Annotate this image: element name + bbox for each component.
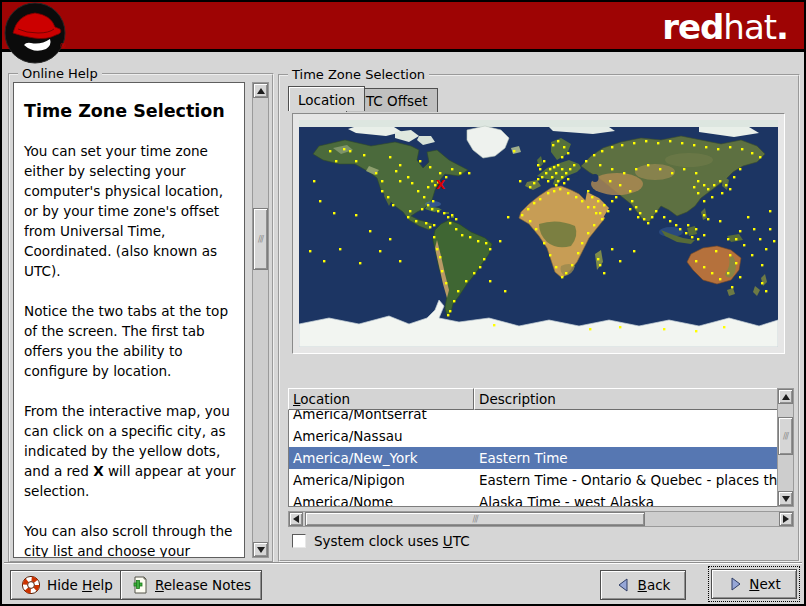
city-dot[interactable] (565, 272, 567, 274)
city-dot[interactable] (725, 184, 727, 186)
city-dot[interactable] (727, 238, 729, 240)
help-scrollbar[interactable]: /// (252, 82, 269, 558)
city-dot[interactable] (611, 248, 613, 250)
city-dot[interactable] (441, 270, 443, 272)
city-dot[interactable] (687, 224, 689, 226)
city-dot[interactable] (705, 146, 707, 148)
city-dot[interactable] (601, 150, 603, 152)
world-map[interactable]: X (299, 120, 778, 347)
city-dot[interactable] (655, 210, 657, 212)
city-dot[interactable] (451, 168, 453, 170)
city-dot[interactable] (643, 218, 645, 220)
column-header-description[interactable]: Description (474, 388, 778, 410)
city-dot[interactable] (533, 182, 535, 184)
city-dot[interactable] (433, 236, 435, 238)
city-dot[interactable] (437, 210, 439, 212)
city-dot[interactable] (715, 250, 717, 252)
city-dot[interactable] (593, 154, 595, 156)
city-dot[interactable] (747, 216, 749, 218)
city-dot[interactable] (711, 272, 713, 274)
city-dot[interactable] (349, 150, 351, 152)
city-dot[interactable] (765, 248, 767, 250)
city-dot[interactable] (719, 278, 721, 280)
city-dot[interactable] (751, 254, 753, 256)
city-dot[interactable] (593, 206, 595, 208)
table-row-selected[interactable]: America/New_York Eastern Time (289, 447, 777, 469)
table-vertical-scrollbar[interactable]: /// (777, 388, 794, 507)
city-dot[interactable] (693, 144, 695, 146)
city-dot[interactable] (387, 196, 389, 198)
city-dot[interactable] (587, 190, 589, 192)
city-dot[interactable] (549, 168, 551, 170)
city-dot[interactable] (691, 236, 693, 238)
city-dot[interactable] (485, 242, 487, 244)
city-dot[interactable] (727, 272, 729, 274)
city-dot[interactable] (635, 168, 637, 170)
city-dot[interactable] (567, 192, 569, 194)
city-dot[interactable] (567, 152, 569, 154)
city-dot[interactable] (529, 220, 531, 222)
city-dot[interactable] (685, 232, 687, 234)
table-row[interactable]: America/Nassau (289, 425, 777, 447)
city-dot[interactable] (555, 266, 557, 268)
city-dot[interactable] (573, 164, 575, 166)
city-dot[interactable] (657, 142, 659, 144)
city-dot[interactable] (537, 178, 539, 180)
city-dot[interactable] (597, 258, 599, 260)
city-dot[interactable] (375, 172, 377, 174)
city-dot[interactable] (549, 254, 551, 256)
city-dot[interactable] (539, 168, 541, 170)
city-dot[interactable] (479, 266, 481, 268)
city-dot[interactable] (741, 148, 743, 150)
city-dot[interactable] (552, 144, 554, 146)
city-dot[interactable] (571, 264, 573, 266)
city-dot[interactable] (695, 260, 697, 262)
city-dot[interactable] (561, 176, 563, 178)
city-dot[interactable] (619, 184, 621, 186)
city-dot[interactable] (451, 214, 453, 216)
scroll-right-icon[interactable] (779, 512, 793, 526)
help-scrollbar-thumb[interactable]: /// (253, 208, 268, 270)
city-dot[interactable] (609, 180, 611, 182)
city-dot[interactable] (407, 216, 409, 218)
back-button[interactable]: Back (600, 570, 686, 600)
city-dot[interactable] (453, 300, 455, 302)
city-dot[interactable] (693, 186, 695, 188)
city-dot[interactable] (411, 182, 413, 184)
city-dot[interactable] (447, 314, 449, 316)
city-dot[interactable] (581, 242, 583, 244)
city-dot[interactable] (533, 202, 535, 204)
city-dot[interactable] (563, 146, 565, 148)
city-dot[interactable] (343, 148, 345, 150)
city-dot[interactable] (593, 224, 595, 226)
city-dot[interactable] (675, 224, 677, 226)
city-dot[interactable] (543, 160, 545, 162)
city-dot[interactable] (551, 176, 553, 178)
city-dot[interactable] (417, 190, 419, 192)
city-dot[interactable] (439, 172, 441, 174)
city-dot[interactable] (759, 156, 761, 158)
city-dot[interactable] (733, 176, 735, 178)
city-dot[interactable] (359, 262, 361, 264)
city-dot[interactable] (432, 200, 434, 202)
city-dot[interactable] (713, 184, 715, 186)
city-dot[interactable] (623, 172, 625, 174)
city-dot[interactable] (407, 176, 409, 178)
city-dot[interactable] (545, 172, 547, 174)
scroll-up-icon[interactable] (253, 83, 268, 98)
city-dot[interactable] (703, 234, 705, 236)
city-dot[interactable] (761, 282, 763, 284)
city-dot[interactable] (319, 200, 321, 202)
city-dot[interactable] (395, 170, 397, 172)
city-dot[interactable] (429, 226, 431, 228)
city-dot[interactable] (399, 164, 401, 166)
city-dot[interactable] (683, 168, 685, 170)
city-dot[interactable] (587, 232, 589, 234)
city-dot[interactable] (455, 218, 457, 220)
city-dot[interactable] (553, 166, 555, 168)
hide-help-button[interactable]: Hide Help (10, 570, 124, 600)
city-dot[interactable] (445, 176, 447, 178)
city-dot[interactable] (719, 180, 721, 182)
city-dot[interactable] (669, 220, 671, 222)
city-dot[interactable] (459, 172, 461, 174)
